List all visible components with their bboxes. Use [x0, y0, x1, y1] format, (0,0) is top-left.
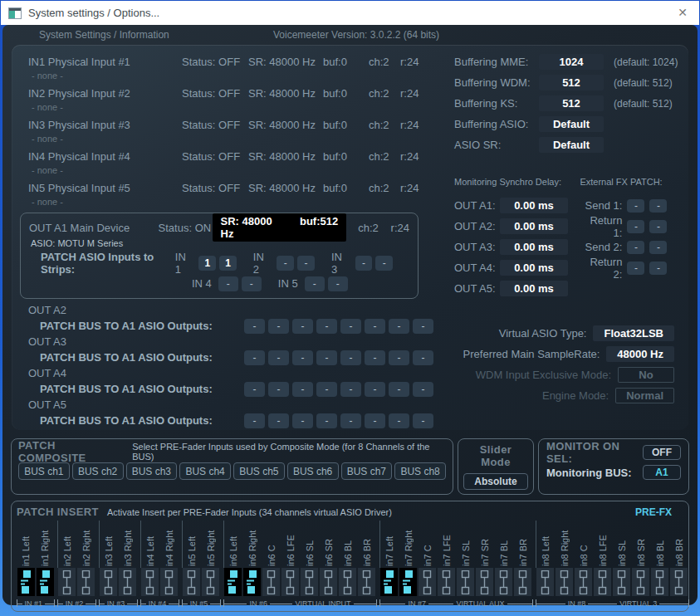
insert-switch[interactable] [632, 568, 649, 596]
bus-patch-button[interactable]: - [244, 350, 265, 365]
bus-patch-button[interactable]: - [268, 382, 289, 397]
insert-switch[interactable] [301, 568, 318, 596]
fx-patch-button[interactable]: - [649, 241, 667, 254]
insert-switch[interactable] [17, 568, 35, 596]
close-icon[interactable]: ✕ [678, 6, 688, 19]
insert-switch[interactable] [358, 568, 375, 596]
bus-channel-button[interactable]: BUS ch6 [287, 462, 339, 480]
bus-patch-button[interactable]: - [389, 413, 409, 428]
insert-switch[interactable] [243, 568, 261, 596]
asio-patch-button[interactable]: - [277, 256, 294, 271]
bus-channel-button[interactable]: BUS ch5 [233, 462, 285, 480]
bus-patch-button[interactable]: - [365, 350, 385, 365]
asio-patch-button[interactable]: - [328, 276, 348, 291]
bus-patch-button[interactable]: - [316, 319, 337, 334]
bus-channel-button[interactable]: BUS ch1 [18, 462, 70, 480]
asio-patch-button[interactable]: 1 [219, 256, 237, 271]
insert-switch[interactable] [651, 568, 668, 596]
insert-switch[interactable] [224, 568, 242, 596]
bus-patch-button[interactable]: - [365, 413, 385, 428]
bus-channel-button[interactable]: BUS ch4 [179, 462, 231, 480]
bus-channel-button[interactable]: BUS ch8 [394, 462, 446, 480]
asio-patch-button[interactable]: - [305, 276, 325, 291]
sr-buf-highlight[interactable]: SR: 48000 Hz buf:512 [213, 213, 347, 242]
insert-switch[interactable] [320, 568, 337, 596]
bus-patch-button[interactable]: - [413, 382, 433, 397]
bus-patch-button[interactable]: - [389, 350, 409, 365]
delay-value[interactable]: 0.00 ms [500, 281, 568, 296]
bus-patch-button[interactable]: - [316, 350, 337, 365]
fx-patch-button[interactable]: - [627, 199, 644, 213]
insert-switch[interactable] [183, 568, 200, 596]
delay-value[interactable]: 0.00 ms [500, 198, 568, 213]
bus-channel-button[interactable]: BUS ch2 [72, 462, 124, 480]
slider-mode-button[interactable]: Absolute [463, 473, 528, 490]
insert-switch[interactable] [37, 568, 54, 596]
monitoring-bus-button[interactable]: A1 [643, 465, 681, 480]
insert-switch[interactable] [160, 568, 178, 596]
fx-patch-button[interactable]: - [649, 262, 667, 275]
insert-switch[interactable] [399, 568, 417, 596]
titlebar[interactable]: System settings / Options... ✕ [1, 1, 699, 25]
insert-switch[interactable] [476, 568, 493, 596]
insert-switch[interactable] [419, 568, 436, 596]
asio-patch-button[interactable]: - [218, 276, 238, 291]
insert-switch[interactable] [495, 568, 512, 596]
bus-patch-button[interactable]: - [413, 319, 433, 334]
bus-patch-button[interactable]: - [340, 413, 361, 428]
engine-option-value[interactable]: Normal [615, 388, 674, 403]
insert-switch[interactable] [380, 568, 398, 596]
bus-patch-button[interactable]: - [292, 350, 313, 365]
bus-patch-button[interactable]: - [365, 382, 385, 397]
bus-patch-button[interactable]: - [244, 382, 265, 397]
engine-option-value[interactable]: 48000 Hz [606, 346, 674, 362]
engine-option-value[interactable]: Float32LSB [593, 325, 674, 341]
insert-switch[interactable] [100, 568, 117, 596]
insert-switch[interactable] [536, 568, 554, 596]
bus-patch-button[interactable]: - [340, 382, 361, 397]
insert-switch[interactable] [119, 568, 136, 596]
bus-channel-button[interactable]: BUS ch7 [341, 462, 393, 480]
asio-patch-button[interactable]: 1 [198, 256, 216, 271]
bus-patch-button[interactable]: - [268, 319, 289, 334]
buffering-value[interactable]: 512 [539, 95, 604, 111]
insert-switch[interactable] [575, 568, 592, 596]
insert-switch[interactable] [438, 568, 455, 596]
insert-switch[interactable] [514, 568, 531, 596]
bus-patch-button[interactable]: - [292, 382, 313, 397]
insert-switch[interactable] [58, 568, 76, 596]
bus-patch-button[interactable]: - [316, 382, 337, 397]
bus-patch-button[interactable]: - [268, 350, 289, 365]
fx-patch-button[interactable]: - [649, 220, 667, 233]
delay-value[interactable]: 0.00 ms [500, 218, 568, 234]
bus-patch-button[interactable]: - [389, 382, 409, 397]
asio-patch-button[interactable]: - [355, 256, 373, 271]
bus-patch-button[interactable]: - [292, 319, 313, 334]
bus-patch-button[interactable]: - [316, 413, 337, 428]
buffering-value[interactable]: 512 [539, 75, 604, 90]
bus-patch-button[interactable]: - [244, 413, 265, 428]
fx-patch-button[interactable]: - [627, 241, 644, 254]
insert-switch[interactable] [262, 568, 280, 596]
insert-switch[interactable] [457, 568, 474, 596]
bus-patch-button[interactable]: - [340, 319, 361, 334]
insert-switch[interactable] [202, 568, 219, 596]
asio-patch-button[interactable]: - [375, 256, 393, 271]
delay-value[interactable]: 0.00 ms [500, 239, 568, 255]
bus-channel-button[interactable]: BUS ch3 [126, 462, 178, 480]
bus-patch-button[interactable]: - [389, 319, 409, 334]
bus-patch-button[interactable]: - [268, 413, 289, 428]
bus-patch-button[interactable]: - [413, 350, 433, 365]
insert-switch[interactable] [670, 568, 688, 596]
insert-switch[interactable] [339, 568, 356, 596]
insert-switch[interactable] [594, 568, 611, 596]
insert-switch[interactable] [613, 568, 630, 596]
bus-patch-button[interactable]: - [365, 319, 385, 334]
insert-switch[interactable] [141, 568, 159, 596]
delay-value[interactable]: 0.00 ms [500, 260, 568, 276]
insert-switch[interactable] [281, 568, 299, 596]
asio-patch-button[interactable]: - [242, 276, 262, 291]
buffering-value[interactable]: Default [539, 116, 604, 132]
fx-patch-button[interactable]: - [627, 220, 644, 233]
bus-patch-button[interactable]: - [292, 413, 313, 428]
